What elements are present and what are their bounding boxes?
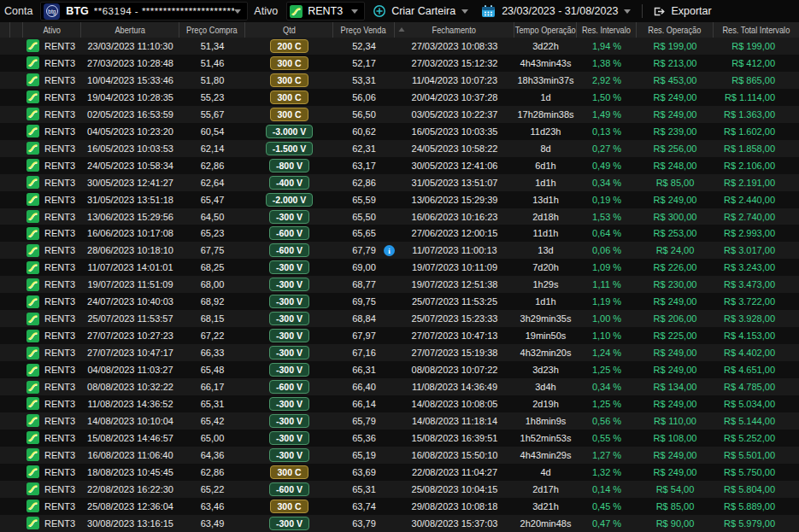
open-datetime: 30/08/2023 13:16:15	[81, 515, 179, 532]
operation-duration: 1h29s	[514, 276, 577, 293]
close-cell: 25/07/2023 11:53:25	[395, 293, 514, 310]
table-row[interactable]: RENT3 27/07/2023 10:47:17 66,33 -300 V 6…	[0, 344, 799, 361]
close-cell: 15/08/2023 16:39:51	[395, 430, 514, 447]
column-header-preco-venda[interactable]: Preço Venda	[333, 22, 395, 38]
table-row[interactable]: RENT3 13/06/2023 15:29:56 64,50 -300 V 6…	[0, 208, 799, 225]
account-select[interactable]: btg BTG **63194 - **********************	[40, 2, 248, 20]
table-row[interactable]: RENT3 11/08/2023 14:36:52 65,31 -300 V 6…	[0, 395, 799, 412]
close-datetime: 16/06/2023 10:16:23	[412, 212, 498, 222]
table-row[interactable]: RENT3 02/05/2023 16:53:59 55,67 300 C 56…	[0, 106, 799, 123]
table-row[interactable]: RENT3 19/04/2023 10:28:35 55,23 300 C 56…	[0, 89, 799, 106]
quantity-cell: -300 V	[245, 310, 333, 327]
buy-price: 68,25	[179, 259, 245, 276]
table-row[interactable]: RENT3 25/07/2023 11:53:57 68,15 -300 V 6…	[0, 310, 799, 327]
table-row[interactable]: RENT3 10/04/2023 15:33:46 51,80 300 C 53…	[0, 72, 799, 89]
operation-duration: 19min50s	[514, 327, 577, 344]
row-spacer	[0, 344, 10, 361]
row-spacer	[10, 447, 23, 464]
table-row[interactable]: RENT3 30/08/2023 13:16:15 63,49 -300 V 6…	[0, 515, 799, 532]
rent3-asset-icon	[26, 330, 39, 342]
table-row[interactable]: RENT3 16/08/2023 11:06:40 64,36 -300 V 6…	[0, 447, 799, 464]
table-row[interactable]: RENT3 18/08/2023 10:45:45 62,86 300 C 63…	[0, 464, 799, 481]
close-datetime: 30/08/2023 15:37:03	[412, 518, 498, 529]
open-datetime: 04/08/2023 11:03:27	[81, 361, 179, 378]
close-datetime: 14/08/2023 10:08:05	[412, 399, 498, 409]
table-row[interactable]: RENT3 19/07/2023 11:51:09 68,00 -300 V 6…	[0, 276, 799, 293]
column-header-abertura[interactable]: Abertura	[81, 22, 179, 38]
column-header-res-operacao[interactable]: Res. Operação	[637, 22, 714, 38]
asset-cell: RENT3	[23, 412, 81, 430]
buy-price: 66,33	[179, 344, 245, 361]
table-row[interactable]: RENT3 11/07/2023 14:01:01 68,25 -300 V 6…	[0, 259, 799, 276]
table-row[interactable]: RENT3 23/03/2023 11:10:30 51,34 200 C 52…	[0, 38, 799, 55]
row-spacer	[10, 498, 23, 515]
open-datetime: 22/08/2023 16:22:30	[81, 481, 179, 498]
date-range-select[interactable]: 23/03/2023 - 31/08/2023	[481, 2, 631, 20]
rent3-asset-icon	[26, 313, 39, 325]
column-header-ativo[interactable]: Ativo	[23, 22, 81, 38]
close-cell: 11/08/2023 14:36:49	[395, 378, 514, 395]
table-row[interactable]: RENT3 27/03/2023 10:28:48 51,46 300 C 52…	[0, 55, 799, 72]
table-row[interactable]: RENT3 28/06/2023 10:18:10 67,75 -600 V 6…	[0, 242, 799, 259]
quantity-badge: -300 V	[269, 329, 309, 342]
column-header-res-intervalo[interactable]: Res. Intervalo	[577, 22, 637, 38]
table-row[interactable]: RENT3 08/08/2023 10:32:22 66,17 -600 V 6…	[0, 378, 799, 395]
operation-duration: 17h28min38s	[514, 106, 577, 123]
close-cell: 27/07/2023 10:47:13	[395, 327, 514, 344]
row-spacer	[0, 464, 10, 481]
result-operation: R$ 249,00	[637, 464, 714, 481]
row-spacer	[10, 140, 23, 157]
result-total-interval: R$ 5.979,00	[714, 515, 799, 532]
asset-cell: RENT3	[23, 310, 81, 327]
row-spacer	[0, 310, 10, 327]
close-cell: 27/06/2023 12:00:15	[395, 225, 514, 242]
asset-ticker: RENT3	[44, 195, 75, 205]
table-row[interactable]: RENT3 04/08/2023 11:03:27 65,48 -300 V 6…	[0, 361, 799, 378]
table-row[interactable]: RENT3 04/05/2023 10:23:20 60,54 -3.000 V…	[0, 123, 799, 140]
create-portfolio-button[interactable]: Criar Carteira	[373, 2, 468, 20]
table-body: RENT3 23/03/2023 11:10:30 51,34 200 C 52…	[0, 38, 799, 532]
result-operation: R$ 300,00	[637, 208, 714, 225]
table-row[interactable]: RENT3 16/05/2023 10:03:53 62,14 -1.500 V…	[0, 140, 799, 157]
open-datetime: 16/08/2023 11:06:40	[81, 447, 179, 464]
table-row[interactable]: RENT3 24/07/2023 10:40:03 68,92 -300 V 6…	[0, 293, 799, 310]
asset-select[interactable]: RENT3	[286, 2, 365, 20]
quantity-cell: -300 V	[245, 430, 333, 447]
table-row[interactable]: RENT3 16/06/2023 10:17:08 65,23 -600 V 6…	[0, 225, 799, 242]
table-row[interactable]: RENT3 30/05/2023 12:41:27 62,64 -400 V 6…	[0, 174, 799, 191]
table-row[interactable]: RENT3 14/08/2023 10:10:04 65,42 -300 V 6…	[0, 412, 799, 430]
operation-duration: 13d1h	[514, 191, 577, 208]
close-datetime: 16/05/2023 10:03:35	[412, 126, 498, 137]
table-row[interactable]: RENT3 15/08/2023 14:46:57 65,00 -300 V 6…	[0, 430, 799, 447]
column-header-qtd[interactable]: Qtd	[245, 22, 333, 38]
quantity-badge: 300 C	[270, 500, 308, 513]
row-spacer	[10, 106, 23, 123]
asset-cell: RENT3	[23, 55, 81, 72]
result-interval-pct: 1,50 %	[577, 89, 637, 106]
column-header-res-total-intervalo[interactable]: Res. Total Intervalo	[714, 22, 799, 38]
quantity-cell: -300 V	[245, 276, 333, 293]
result-interval-pct: 0,55 %	[577, 430, 637, 447]
quantity-badge: 300 C	[270, 56, 308, 70]
sell-price: 68,77	[333, 276, 395, 293]
info-icon[interactable]	[384, 245, 395, 256]
quantity-cell: -600 V	[245, 225, 333, 242]
close-datetime: 27/07/2023 15:19:38	[412, 348, 498, 358]
table-row[interactable]: RENT3 22/08/2023 16:22:30 65,22 -600 V 6…	[0, 481, 799, 498]
quantity-badge: -300 V	[269, 260, 309, 274]
operation-duration: 1h52min53s	[514, 430, 577, 447]
quantity-cell: 300 C	[245, 498, 333, 515]
row-spacer	[10, 89, 23, 106]
table-row[interactable]: RENT3 25/08/2023 12:36:04 63,46 300 C 63…	[0, 498, 799, 515]
account-label: Conta	[4, 5, 32, 17]
table-row[interactable]: RENT3 27/07/2023 10:27:23 67,22 -300 V 6…	[0, 327, 799, 344]
close-cell: 30/08/2023 15:37:03	[395, 515, 514, 532]
table-row[interactable]: RENT3 24/05/2023 10:58:34 62,86 -800 V 6…	[0, 157, 799, 174]
column-header-preco-compra[interactable]: Preço Compra	[179, 22, 245, 38]
open-datetime: 23/03/2023 11:10:30	[81, 38, 179, 55]
table-row[interactable]: RENT3 31/05/2023 13:51:18 65,47 -2.000 V…	[0, 191, 799, 208]
column-header-fechamento[interactable]: Fechamento	[395, 22, 514, 38]
column-header-tempo-operacao[interactable]: Tempo Operação	[514, 22, 577, 38]
open-datetime: 16/06/2023 10:17:08	[81, 225, 179, 242]
export-button[interactable]: Exportar	[652, 2, 711, 20]
